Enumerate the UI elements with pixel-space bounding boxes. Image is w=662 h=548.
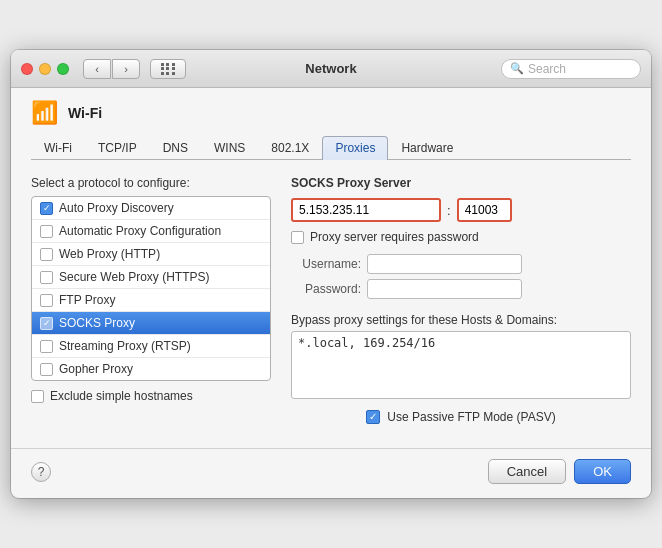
- label-socks-proxy: SOCKS Proxy: [59, 316, 135, 330]
- window-title: Network: [305, 61, 356, 76]
- password-label: Password:: [291, 282, 361, 296]
- protocol-socks-proxy[interactable]: SOCKS Proxy: [32, 312, 270, 335]
- tab-bar: Wi-Fi TCP/IP DNS WINS 802.1X Proxies Har…: [31, 136, 631, 160]
- checkbox-exclude-hostnames[interactable]: [31, 390, 44, 403]
- protocol-list: Auto Proxy Discovery Automatic Proxy Con…: [31, 196, 271, 381]
- right-panel: SOCKS Proxy Server : Proxy server requir…: [291, 176, 631, 424]
- protocol-ftp-proxy[interactable]: FTP Proxy: [32, 289, 270, 312]
- exclude-label: Exclude simple hostnames: [50, 389, 193, 403]
- colon-separator: :: [447, 203, 451, 218]
- wifi-header: 📶 Wi-Fi: [31, 100, 631, 126]
- tab-tcpip[interactable]: TCP/IP: [85, 136, 150, 160]
- checkbox-secure-web-proxy[interactable]: [40, 271, 53, 284]
- wifi-label: Wi-Fi: [68, 105, 102, 121]
- proxy-host-input[interactable]: [291, 198, 441, 222]
- tab-dns[interactable]: DNS: [150, 136, 201, 160]
- proxy-port-input[interactable]: [457, 198, 512, 222]
- tab-wifi[interactable]: Wi-Fi: [31, 136, 85, 160]
- grid-button[interactable]: [150, 59, 186, 79]
- tab-proxies[interactable]: Proxies: [322, 136, 388, 160]
- bottom-bar: ? Cancel OK: [11, 448, 651, 498]
- help-button[interactable]: ?: [31, 462, 51, 482]
- forward-button[interactable]: ›: [112, 59, 140, 79]
- checkbox-gopher-proxy[interactable]: [40, 363, 53, 376]
- back-button[interactable]: ‹: [83, 59, 111, 79]
- protocol-streaming-proxy[interactable]: Streaming Proxy (RTSP): [32, 335, 270, 358]
- search-box[interactable]: 🔍 Search: [501, 59, 641, 79]
- pasv-row[interactable]: Use Passive FTP Mode (PASV): [291, 410, 631, 424]
- search-placeholder: Search: [528, 62, 566, 76]
- protocol-auto-proxy-discovery[interactable]: Auto Proxy Discovery: [32, 197, 270, 220]
- titlebar: ‹ › Network 🔍 Search: [11, 50, 651, 88]
- label-web-proxy-http: Web Proxy (HTTP): [59, 247, 160, 261]
- checkbox-automatic-proxy-config[interactable]: [40, 225, 53, 238]
- checkbox-requires-password[interactable]: [291, 231, 304, 244]
- tab-wins[interactable]: WINS: [201, 136, 258, 160]
- nav-buttons: ‹ ›: [83, 59, 140, 79]
- traffic-lights: [21, 63, 69, 75]
- minimize-button[interactable]: [39, 63, 51, 75]
- label-ftp-proxy: FTP Proxy: [59, 293, 115, 307]
- bypass-textarea[interactable]: *.local, 169.254/16: [291, 331, 631, 399]
- password-toggle-row[interactable]: Proxy server requires password: [291, 230, 631, 244]
- proxy-server-row: :: [291, 198, 631, 222]
- wifi-icon: 📶: [31, 100, 58, 126]
- main-area: Select a protocol to configure: Auto Pro…: [31, 176, 631, 424]
- password-row: Password:: [291, 279, 631, 299]
- label-automatic-proxy-config: Automatic Proxy Configuration: [59, 224, 221, 238]
- checkbox-ftp-proxy[interactable]: [40, 294, 53, 307]
- protocol-gopher-proxy[interactable]: Gopher Proxy: [32, 358, 270, 380]
- checkbox-pasv[interactable]: [366, 410, 380, 424]
- label-auto-proxy-discovery: Auto Proxy Discovery: [59, 201, 174, 215]
- network-window: ‹ › Network 🔍 Search 📶 Wi-Fi Wi-Fi TCP/I…: [11, 50, 651, 498]
- protocol-list-title: Select a protocol to configure:: [31, 176, 271, 190]
- close-button[interactable]: [21, 63, 33, 75]
- protocol-web-proxy-http[interactable]: Web Proxy (HTTP): [32, 243, 270, 266]
- password-input[interactable]: [367, 279, 522, 299]
- tab-8021x[interactable]: 802.1X: [258, 136, 322, 160]
- label-gopher-proxy: Gopher Proxy: [59, 362, 133, 376]
- button-group: Cancel OK: [488, 459, 631, 484]
- pasv-label: Use Passive FTP Mode (PASV): [387, 410, 555, 424]
- tab-hardware[interactable]: Hardware: [388, 136, 466, 160]
- left-panel: Select a protocol to configure: Auto Pro…: [31, 176, 271, 424]
- username-label: Username:: [291, 257, 361, 271]
- checkbox-auto-proxy-discovery[interactable]: [40, 202, 53, 215]
- protocol-automatic-proxy-config[interactable]: Automatic Proxy Configuration: [32, 220, 270, 243]
- main-content: 📶 Wi-Fi Wi-Fi TCP/IP DNS WINS 802.1X Pro…: [11, 88, 651, 440]
- exclude-row[interactable]: Exclude simple hostnames: [31, 389, 271, 403]
- cancel-button[interactable]: Cancel: [488, 459, 566, 484]
- label-secure-web-proxy: Secure Web Proxy (HTTPS): [59, 270, 209, 284]
- username-row: Username:: [291, 254, 631, 274]
- checkbox-streaming-proxy[interactable]: [40, 340, 53, 353]
- ok-button[interactable]: OK: [574, 459, 631, 484]
- maximize-button[interactable]: [57, 63, 69, 75]
- bypass-label: Bypass proxy settings for these Hosts & …: [291, 313, 631, 327]
- checkbox-socks-proxy[interactable]: [40, 317, 53, 330]
- search-icon: 🔍: [510, 62, 524, 75]
- username-input[interactable]: [367, 254, 522, 274]
- label-streaming-proxy: Streaming Proxy (RTSP): [59, 339, 191, 353]
- protocol-secure-web-proxy[interactable]: Secure Web Proxy (HTTPS): [32, 266, 270, 289]
- bypass-section: Bypass proxy settings for these Hosts & …: [291, 313, 631, 402]
- proxy-server-title: SOCKS Proxy Server: [291, 176, 631, 190]
- password-toggle-label: Proxy server requires password: [310, 230, 479, 244]
- checkbox-web-proxy-http[interactable]: [40, 248, 53, 261]
